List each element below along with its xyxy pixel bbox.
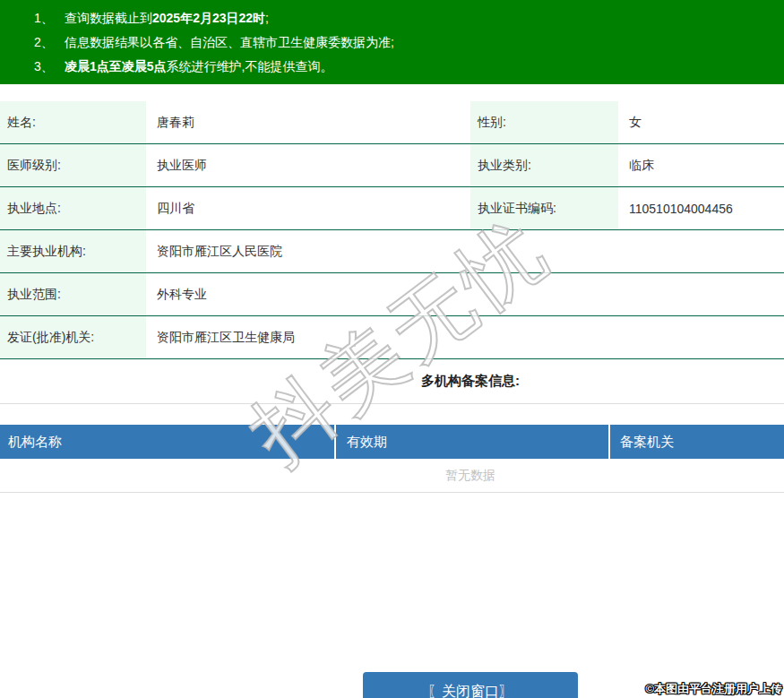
- records-table-header: 机构名称 有效期 备案机关: [0, 425, 784, 459]
- field-label-gender: 性别:: [470, 101, 618, 143]
- field-value-practice-category: 临床: [618, 144, 784, 186]
- notice-line-2: 2、 信息数据结果以各省、自治区、直辖市卫生健康委数据为准;: [0, 30, 784, 55]
- field-label-issuing-authority: 发证(批准)机关:: [0, 316, 146, 358]
- column-header-filing-authority: 备案机关: [610, 425, 784, 459]
- field-value-name: 唐春莉: [146, 101, 470, 143]
- column-header-validity-period: 有效期: [336, 425, 610, 459]
- field-value-doctor-level: 执业医师: [146, 144, 470, 186]
- field-value-practice-scope: 外科专业: [146, 273, 784, 315]
- notice-text: 信息数据结果以各省、自治区、直辖市卫生健康委数据为准;: [65, 30, 394, 55]
- table-row: 发证(批准)机关: 资阳市雁江区卫生健康局: [0, 316, 784, 359]
- field-label-certificate-number: 执业证书编码:: [470, 187, 618, 229]
- page-container: 1、 查询数据截止到2025年2月23日22时; 2、 信息数据结果以各省、自治…: [0, 0, 784, 698]
- field-value-practice-location: 四川省: [146, 187, 470, 229]
- field-value-certificate-number: 110510104004456: [618, 187, 784, 229]
- column-header-institution-name: 机构名称: [0, 425, 336, 459]
- field-label-name: 姓名:: [0, 101, 146, 143]
- query-result-window: 1、 查询数据截止到2025年2月23日22时; 2、 信息数据结果以各省、自治…: [0, 0, 784, 698]
- notice-number: 3、: [34, 55, 65, 79]
- table-row: 执业范围: 外科专业: [0, 273, 784, 316]
- notice-banner: 1、 查询数据截止到2025年2月23日22时; 2、 信息数据结果以各省、自治…: [0, 0, 784, 84]
- records-empty-state: 暂无数据: [0, 459, 784, 493]
- upload-attribution-text: ©本图由平台注册用户上传: [645, 681, 782, 697]
- notice-line-3: 3、 凌晨1点至凌晨5点系统进行维护,不能提供查询。: [0, 55, 784, 79]
- notice-text: 凌晨1点至凌晨5点系统进行维护,不能提供查询。: [65, 55, 332, 79]
- table-row: 姓名: 唐春莉 性别: 女: [0, 101, 784, 144]
- table-row: 执业地点: 四川省 执业证书编码: 110510104004456: [0, 187, 784, 230]
- table-row: 主要执业机构: 资阳市雁江区人民医院: [0, 230, 784, 273]
- field-value-main-institution: 资阳市雁江区人民医院: [146, 230, 784, 272]
- field-value-gender: 女: [618, 101, 784, 143]
- table-row: 医师级别: 执业医师 执业类别: 临床: [0, 144, 784, 187]
- notice-number: 1、: [34, 6, 65, 30]
- notice-line-1: 1、 查询数据截止到2025年2月23日22时;: [0, 6, 784, 30]
- close-window-button[interactable]: 〖关闭窗口〗: [363, 672, 578, 698]
- notice-text: 查询数据截止到2025年2月23日22时;: [65, 6, 269, 30]
- field-label-doctor-level: 医师级别:: [0, 144, 146, 186]
- practitioner-info-table: 姓名: 唐春莉 性别: 女 医师级别: 执业医师 执业类别: 临床 执业地点: …: [0, 101, 784, 359]
- notice-number: 2、: [34, 30, 65, 55]
- multi-institution-section-title: 多机构备案信息:: [0, 359, 784, 404]
- field-label-practice-location: 执业地点:: [0, 187, 146, 229]
- field-label-practice-category: 执业类别:: [470, 144, 618, 186]
- field-label-practice-scope: 执业范围:: [0, 273, 146, 315]
- field-value-issuing-authority: 资阳市雁江区卫生健康局: [146, 316, 784, 358]
- field-label-main-institution: 主要执业机构:: [0, 230, 146, 272]
